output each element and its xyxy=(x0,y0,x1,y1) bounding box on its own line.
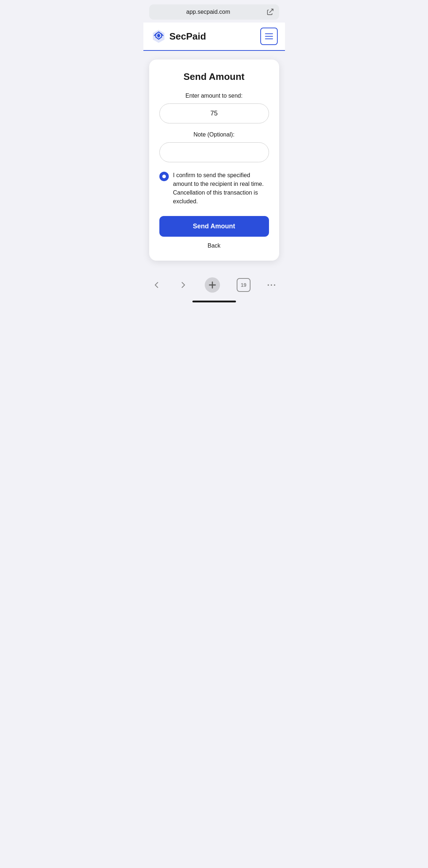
card-title: Send Amount xyxy=(159,71,269,82)
tabs-count: 19 xyxy=(241,282,246,288)
logo-text: SecPaid xyxy=(170,31,206,42)
plus-circle-icon xyxy=(205,277,220,293)
bottom-nav: 19 ··· xyxy=(143,269,285,298)
home-indicator xyxy=(192,301,236,302)
back-nav-button[interactable] xyxy=(148,277,164,293)
amount-input[interactable] xyxy=(159,103,269,123)
confirm-text: I confirm to send the specified amount t… xyxy=(173,171,269,206)
svg-line-0 xyxy=(269,9,273,13)
ellipsis-icon: ··· xyxy=(267,280,277,290)
url-display: app.secpaid.com xyxy=(154,9,262,15)
back-link[interactable]: Back xyxy=(159,243,269,249)
note-label: Note (Optional): xyxy=(159,131,269,138)
new-tab-button[interactable] xyxy=(202,274,223,296)
hamburger-line-1 xyxy=(265,33,273,34)
tabs-count-badge: 19 xyxy=(237,278,250,292)
forward-arrow-icon xyxy=(178,280,188,290)
secpaid-logo-icon xyxy=(151,28,167,44)
main-content: Send Amount Enter amount to send: Note (… xyxy=(143,51,285,269)
share-icon[interactable] xyxy=(266,8,274,16)
tabs-button[interactable]: 19 xyxy=(234,275,253,295)
note-input[interactable] xyxy=(159,142,269,162)
confirm-radio[interactable] xyxy=(159,172,169,181)
logo-area: SecPaid xyxy=(151,28,206,44)
amount-label: Enter amount to send: xyxy=(159,93,269,99)
more-options-button[interactable]: ··· xyxy=(264,277,280,293)
send-amount-button[interactable]: Send Amount xyxy=(159,216,269,237)
browser-address-bar[interactable]: app.secpaid.com xyxy=(149,4,279,20)
back-arrow-icon xyxy=(151,280,162,290)
hamburger-menu-button[interactable] xyxy=(260,28,278,45)
confirm-row: I confirm to send the specified amount t… xyxy=(159,171,269,206)
forward-nav-button[interactable] xyxy=(175,277,191,293)
hamburger-line-3 xyxy=(265,38,273,39)
send-amount-card: Send Amount Enter amount to send: Note (… xyxy=(149,60,279,261)
hamburger-line-2 xyxy=(265,36,273,37)
top-nav: SecPaid xyxy=(143,23,285,51)
plus-icon xyxy=(207,280,217,290)
